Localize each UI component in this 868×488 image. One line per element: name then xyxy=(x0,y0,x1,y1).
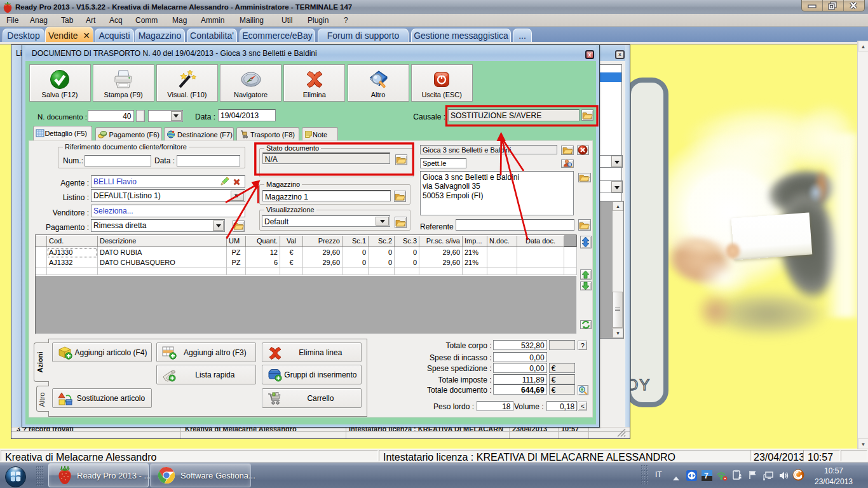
svg-text:DY: DY xyxy=(627,376,651,393)
svg-text:7: 7 xyxy=(704,471,709,480)
